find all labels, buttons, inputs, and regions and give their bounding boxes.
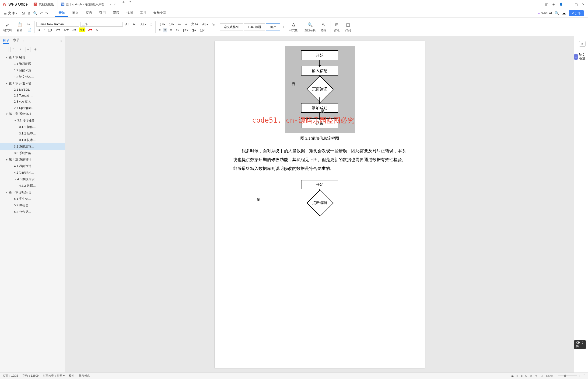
toc-item[interactable]: 2.2 Tomcat … xyxy=(0,93,65,98)
increase-font-icon[interactable]: A↑ xyxy=(124,22,130,27)
toc-item[interactable]: 2.3 vue 技术 xyxy=(0,98,65,105)
tab-close-button[interactable]: × xyxy=(113,3,117,6)
fullscreen-icon[interactable]: ⛶ xyxy=(582,374,585,378)
collapse-all-icon[interactable]: ⌄ xyxy=(3,47,8,52)
ribbon-paste[interactable]: 📋 粘贴 xyxy=(15,21,24,32)
decrease-font-icon[interactable]: A↓ xyxy=(132,22,138,27)
remove-item-icon[interactable]: − xyxy=(25,47,31,52)
ribbon-format-painter[interactable]: 🖌 格式刷 xyxy=(2,21,13,32)
decrease-indent-icon[interactable]: ⇤ xyxy=(177,22,182,27)
undo-icon[interactable]: ↶ xyxy=(40,11,43,16)
zoom-in-button[interactable]: + xyxy=(579,374,581,378)
toc-item[interactable]: 5.3 公告类… xyxy=(0,209,65,215)
view-read-icon[interactable]: ▷ xyxy=(525,374,527,378)
ribbon-tab-insert[interactable]: 插入 xyxy=(69,9,82,17)
toc-toggle-icon[interactable]: ▼ xyxy=(6,56,9,59)
zoom-value[interactable]: 130% xyxy=(546,374,553,378)
ribbon-arrange[interactable]: ◫ 排列 xyxy=(343,21,353,32)
toc-item[interactable]: 3.1.1 操作… xyxy=(0,124,65,130)
toc-item[interactable]: ▼第 4 章 系统设计 xyxy=(0,157,65,163)
zoom-slider[interactable] xyxy=(558,376,577,376)
ribbon-find-replace[interactable]: 🔍 查找替换 xyxy=(303,21,317,32)
right-indent-badge[interactable]: ⊴ xyxy=(579,41,586,47)
toc-item[interactable]: 4.2 功能结构… xyxy=(0,170,65,176)
bold-button[interactable]: B xyxy=(36,28,41,32)
view-page-icon[interactable]: ▯ xyxy=(516,374,518,378)
toc-toggle-icon[interactable]: ▼ xyxy=(14,119,17,122)
line-spacing-icon[interactable]: ‖≡▾ xyxy=(182,28,189,32)
view-web-icon[interactable]: ⊕ xyxy=(530,374,533,378)
change-case-icon[interactable]: Aa▾ xyxy=(139,22,147,27)
sidebar-tab-chapters[interactable]: 章节 xyxy=(13,38,20,44)
clear-format-icon[interactable]: ◇ xyxy=(149,22,153,27)
char-shading-button[interactable]: A xyxy=(95,28,99,32)
redo-icon[interactable]: ↷ xyxy=(45,11,48,16)
toc-toggle-icon[interactable]: ▼ xyxy=(6,191,9,194)
wps-ai-button[interactable]: ✦ WPS AI xyxy=(538,11,552,15)
window-minimize-button[interactable]: — xyxy=(567,2,571,6)
print-icon[interactable]: 🖶 xyxy=(27,11,31,16)
window-multi-icon[interactable]: ◫ xyxy=(545,2,548,6)
ribbon-stylesheet[interactable]: A̲ 样式集 xyxy=(288,21,299,32)
shading-icon[interactable]: ◑▾ xyxy=(191,28,197,32)
toc-item[interactable]: 5.1 学生信… xyxy=(0,196,65,202)
font-size-select[interactable] xyxy=(80,22,123,27)
ribbon-tab-review[interactable]: 审阅 xyxy=(109,9,122,17)
status-page[interactable]: 页面：12/33 xyxy=(3,374,18,378)
ribbon-tab-start[interactable]: 开始 xyxy=(55,9,68,17)
tab-menu-button[interactable]: ▾ xyxy=(127,0,133,9)
ribbon-tab-page[interactable]: 页面 xyxy=(82,9,95,17)
toc-item[interactable]: 3.3 系统性能… xyxy=(0,150,65,157)
increase-indent-icon[interactable]: ⇥ xyxy=(184,22,189,27)
align-justify-icon[interactable]: ≡▾ xyxy=(174,28,180,32)
toc-item[interactable]: ▼第 5 章 系统实现 xyxy=(0,189,65,196)
toc-item[interactable]: ▼第 2 章 开发环境… xyxy=(0,80,65,87)
window-cube-icon[interactable]: ◈ xyxy=(552,2,555,6)
window-avatar-icon[interactable]: 👤 xyxy=(559,2,563,6)
italic-button[interactable]: I xyxy=(42,28,46,32)
superscript-button[interactable]: X²▾ xyxy=(63,28,70,32)
toc-toggle-icon[interactable]: ▼ xyxy=(14,178,17,181)
sidebar-close-button[interactable]: × xyxy=(60,39,62,43)
toc-item[interactable]: 1.1 选题动因 xyxy=(0,61,65,67)
style-toc-title[interactable]: TOC 标题 xyxy=(244,23,265,31)
view-tool-icon[interactable]: ✎ xyxy=(535,374,538,378)
toc-item[interactable]: 4.3.2 数据… xyxy=(0,183,65,189)
cut-icon[interactable]: ✂ xyxy=(26,22,33,27)
toc-item[interactable]: ▼4.3 数据库设… xyxy=(0,176,65,183)
highlight-button[interactable]: ✎▾ xyxy=(79,28,85,32)
save-icon[interactable]: 🖫 xyxy=(21,11,25,16)
preview-icon[interactable]: 🔍 xyxy=(33,11,38,16)
ribbon-select[interactable]: ↖ 选择 xyxy=(319,21,328,32)
copy-icon[interactable]: 📄 xyxy=(26,28,33,32)
share-button[interactable]: ↗ 分享 xyxy=(569,10,584,16)
align-center-icon[interactable]: ≡ xyxy=(163,28,167,32)
strikethrough-button[interactable]: A̶▾ xyxy=(55,28,61,32)
cloud-sync-icon[interactable]: ☁ xyxy=(562,11,566,16)
toc-toggle-icon[interactable]: ▼ xyxy=(6,113,9,115)
tab-icon[interactable]: ↹ xyxy=(211,22,216,27)
expand-all-icon[interactable]: ⌃ xyxy=(10,47,16,52)
status-spellcheck[interactable]: 拼写检查：打开 ▾ xyxy=(43,374,64,378)
toc-item[interactable]: 3.2 系统流程… xyxy=(0,143,65,150)
status-compat[interactable]: 兼容模式 xyxy=(79,374,90,378)
underline-button[interactable]: U▾ xyxy=(47,28,53,32)
toc-toggle-icon[interactable]: ▼ xyxy=(6,82,9,85)
view-outline-icon[interactable]: ≡ xyxy=(521,374,522,378)
font-color-button[interactable]: A▾ xyxy=(87,28,93,32)
toc-item[interactable]: ▼第 3 章 系统分析 xyxy=(0,111,65,117)
style-table-ref[interactable]: 论文表格引 xyxy=(220,23,243,31)
border-icon[interactable]: ▢▾ xyxy=(199,28,206,32)
text-effect-button[interactable]: A▾ xyxy=(71,28,77,32)
chevron-right-icon[interactable]: › xyxy=(23,39,24,43)
toc-settings-icon[interactable]: ⊝ xyxy=(33,47,38,52)
toc-toggle-icon[interactable]: ▼ xyxy=(6,158,9,161)
style-scroll-icon[interactable]: ⇕ xyxy=(281,25,286,29)
toc-item[interactable]: 2.1 MYSQL … xyxy=(0,87,65,93)
window-maximize-button[interactable]: ▢ xyxy=(575,2,578,6)
paper-check-button[interactable]: G 论文查重 xyxy=(574,53,586,61)
char-spacing-icon[interactable]: AB▾ xyxy=(201,22,209,27)
text-direction-icon[interactable]: 文A▾ xyxy=(190,22,200,27)
ribbon-layout[interactable]: ⊞ 排版 xyxy=(332,21,342,32)
toc-item[interactable]: ▼3.1 可行性分… xyxy=(0,117,65,124)
